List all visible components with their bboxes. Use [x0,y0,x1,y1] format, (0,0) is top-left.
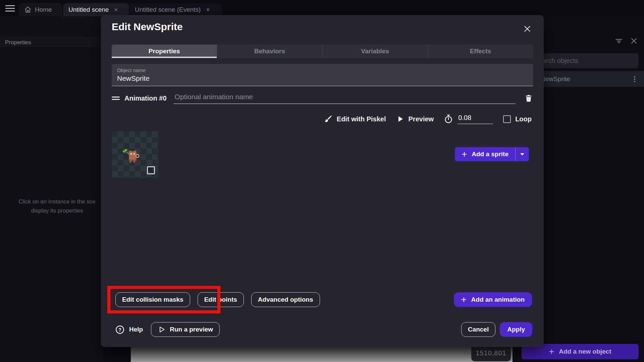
add-sprite-dropdown-button[interactable] [516,147,529,161]
preview-label: Preview [409,115,434,123]
tab-untitled-scene-events[interactable]: Untitled scene (Events) × [129,3,222,16]
drag-handle-icon[interactable] [112,95,120,101]
properties-panel: Properties Click on an instance in the s… [0,16,103,362]
frame-select-checkbox[interactable] [147,166,155,174]
sprite-frame-thumbnail[interactable] [112,131,158,178]
close-tab-icon[interactable]: × [206,6,210,13]
object-name-field-value: NewSprite [117,74,528,82]
animation-label: Animation #0 [124,95,167,102]
dialog-footer: ? Help Run a preview Cancel Apply [115,322,532,337]
object-name-field-label: Object name [117,67,528,73]
help-label: Help [129,326,143,333]
tab-untitled-scene[interactable]: Untitled scene × [63,3,129,16]
animation-name-input[interactable] [173,93,516,104]
delete-animation-trash-icon[interactable] [524,94,533,103]
add-animation-button[interactable]: + Add an animation [454,292,532,307]
edit-collision-masks-button[interactable]: Edit collision masks [115,292,190,307]
brush-icon [324,115,332,123]
edit-points-button[interactable]: Edit points [198,292,244,307]
apply-button[interactable]: Apply [500,322,532,337]
tab-home[interactable]: Home [19,3,62,16]
help-circle-icon: ? [115,325,124,334]
animation-tools-row: Edit with Piskel Preview Loop [302,112,532,126]
run-preview-button[interactable]: Run a preview [151,322,220,337]
loop-checkbox[interactable] [503,115,511,123]
tab-bar: Home Untitled scene × Untitled scene (Ev… [0,0,644,16]
time-between-frames-input[interactable] [458,114,493,124]
time-between-frames-group [444,114,493,124]
stopwatch-icon [444,114,453,124]
tab-behaviors[interactable]: Behaviors [217,45,322,58]
add-sprite-label: Add a sprite [472,150,508,158]
close-panel-icon[interactable] [630,37,638,45]
animation-row: Animation #0 [112,92,533,105]
add-sprite-button[interactable]: + Add a sprite [455,147,515,161]
empty-message-line1: Click on an instance in the sce [0,197,114,206]
dialog-tab-bar: Properties Behaviors Variables Effects [112,45,533,58]
advanced-options-button[interactable]: Advanced options [251,292,320,307]
add-new-object-label: Add a new object [559,348,611,355]
filter-icon[interactable] [614,37,623,45]
plus-icon: + [462,150,467,159]
home-icon [24,6,32,13]
tab-label: Untitled scene [68,6,109,13]
kebab-menu-icon[interactable] [631,75,638,83]
gdevelop-app: Home Untitled scene × Untitled scene (Ev… [0,0,644,362]
edit-sprite-dialog: Edit NewSprite Properties Behaviors Vari… [101,15,544,347]
hamburger-menu-icon[interactable] [5,5,15,12]
edit-with-piskel-button[interactable]: Edit with Piskel [324,115,386,123]
plus-icon: + [461,295,467,304]
svg-text:?: ? [118,327,121,332]
cancel-button[interactable]: Cancel [461,322,495,337]
help-button[interactable]: ? Help [115,325,143,334]
cursor-coordinates-badge: 1510,801 [471,345,511,361]
search-objects-input[interactable] [529,53,639,68]
chevron-down-icon [519,152,525,157]
sprite-thumbnail-image [123,147,144,166]
empty-message-line2: display its properties [0,206,114,215]
object-name-field[interactable]: Object name NewSprite [112,64,533,86]
properties-panel-header: Properties [0,37,114,48]
close-tab-icon[interactable]: × [114,6,118,13]
loop-toggle-group: Loop [503,115,532,123]
edit-tools-row: Edit collision masks Edit points Advance… [115,292,320,307]
run-preview-label: Run a preview [170,326,213,333]
dialog-title: Edit NewSprite [112,21,183,33]
object-name-label: NewSprite [541,75,570,83]
edit-with-piskel-label: Edit with Piskel [337,115,386,123]
add-animation-label: Add an animation [471,296,525,303]
play-outline-icon [158,325,166,334]
tab-home-label: Home [35,6,52,13]
properties-empty-message: Click on an instance in the sce display … [0,197,114,215]
tab-properties[interactable]: Properties [112,45,217,58]
tab-variables[interactable]: Variables [322,45,428,58]
dialog-close-icon[interactable] [523,24,532,33]
plus-icon: + [549,347,554,356]
loop-label: Loop [515,115,532,123]
add-sprite-split-button: + Add a sprite [455,147,529,161]
preview-button[interactable]: Preview [396,115,434,123]
play-icon [396,115,404,123]
tab-effects[interactable]: Effects [428,45,533,58]
tab-label: Untitled scene (Events) [135,6,201,13]
